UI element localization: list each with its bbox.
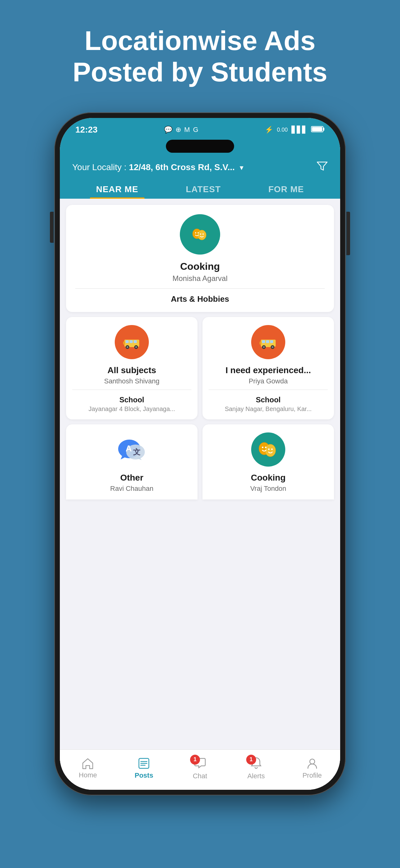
nav-home-label: Home [79, 771, 97, 779]
svg-rect-1 [323, 128, 324, 131]
cards-grid-row2: A 文 Other Ravi Chauhan [66, 424, 334, 499]
alerts-badge: 1 [246, 755, 256, 765]
card-experienced-title: I need experienced... [226, 365, 311, 375]
svg-rect-14 [130, 340, 133, 343]
locality-row: Your Locality : 12/48, 6th Cross Rd, S.V… [72, 161, 328, 174]
svg-rect-31 [260, 341, 261, 345]
svg-rect-25 [266, 340, 269, 343]
card-other-title: Other [120, 473, 143, 483]
card-cooking-vraj-title: Cooking [251, 473, 286, 483]
svg-point-28 [263, 346, 265, 348]
svg-point-41 [268, 448, 270, 450]
status-icons-right: ⚡ 0.00 ▋▋▋ [265, 125, 325, 135]
gps-icon: ⊕ [175, 126, 181, 134]
signal-icon: ▋▋▋ [292, 126, 307, 134]
nav-chat-label: Chat [193, 772, 207, 780]
card-divider [75, 288, 325, 289]
svg-point-39 [262, 447, 264, 448]
card-icon-school1 [115, 325, 149, 359]
card-cooking-full[interactable]: Cooking Monisha Agarval Arts & Hobbies [66, 205, 334, 312]
card-divider2 [72, 390, 191, 390]
google-icon: G [193, 126, 198, 134]
svg-rect-2 [312, 127, 322, 131]
nav-chat[interactable]: 1 Chat [181, 756, 219, 780]
card-icon-arts2 [251, 432, 285, 467]
nav-alerts[interactable]: 1 Alerts [237, 756, 275, 780]
bottom-nav: Home Posts 1 [60, 749, 340, 790]
card-other[interactable]: A 文 Other Ravi Chauhan [66, 424, 198, 499]
filter-icon[interactable] [316, 161, 328, 174]
cards-grid-row1: All subjects Santhosh Shivang School Jay… [66, 317, 334, 420]
svg-point-17 [127, 346, 128, 348]
card-cooking-full-title: Cooking [180, 261, 220, 272]
svg-point-42 [271, 448, 273, 450]
card-all-subjects[interactable]: All subjects Santhosh Shivang School Jay… [66, 317, 198, 420]
profile-icon [306, 757, 319, 770]
card-other-author: Ravi Chauhan [110, 485, 153, 493]
card-icon-arts [180, 214, 220, 254]
svg-text:文: 文 [133, 448, 141, 456]
card-divider3 [209, 390, 328, 390]
nav-profile[interactable]: Profile [294, 757, 331, 779]
svg-point-8 [200, 234, 201, 235]
card-cooking-vraj[interactable]: Cooking Vraj Tondon [202, 424, 334, 499]
posts-icon [138, 757, 150, 770]
svg-rect-13 [126, 340, 129, 343]
card-experienced-category: School [256, 396, 280, 404]
svg-point-44 [310, 759, 315, 764]
status-bar: 12:23 💬 ⊕ M G ⚡ 0.00 ▋▋▋ [60, 118, 340, 140]
speed-icon: 0.00 [277, 127, 288, 133]
svg-rect-26 [270, 340, 273, 343]
svg-rect-15 [134, 340, 137, 343]
card-experienced[interactable]: I need experienced... Priya Gowda School… [202, 317, 334, 420]
svg-text:A: A [126, 444, 132, 453]
bluetooth-icon: ⚡ [265, 126, 273, 134]
svg-point-6 [195, 232, 196, 234]
tab-near-me[interactable]: NEAR ME [90, 180, 144, 199]
card-all-subjects-title: All subjects [107, 365, 156, 375]
svg-point-30 [272, 346, 273, 348]
locality-text: Your Locality : 12/48, 6th Cross Rd, S.V… [72, 162, 243, 172]
nav-posts[interactable]: Posts [125, 757, 163, 779]
feed-content: Cooking Monisha Agarval Arts & Hobbies [60, 199, 340, 749]
dynamic-island [60, 140, 340, 155]
svg-rect-20 [123, 341, 125, 345]
svg-point-38 [265, 444, 276, 457]
chat-badge: 1 [190, 755, 200, 765]
whatsapp-icon: 💬 [164, 126, 172, 134]
nav-alerts-label: Alerts [247, 772, 265, 780]
app-header: Your Locality : 12/48, 6th Cross Rd, S.V… [60, 155, 340, 199]
tab-latest[interactable]: LATEST [179, 180, 227, 199]
home-icon [81, 757, 94, 769]
card-icon-school2 [251, 325, 285, 359]
locality-chevron-icon: ▾ [240, 163, 243, 172]
battery-icon [311, 125, 325, 135]
card-cooking-full-author: Monisha Agarval [172, 274, 227, 283]
tabs: NEAR ME LATEST FOR ME [72, 180, 328, 199]
card-all-subjects-category: School [120, 396, 144, 404]
svg-point-19 [135, 346, 137, 348]
tab-for-me[interactable]: FOR ME [262, 180, 310, 199]
status-icons-left: 💬 ⊕ M G [164, 126, 198, 134]
status-time: 12:23 [75, 125, 98, 135]
card-all-subjects-location: Jayanagar 4 Block, Jayanaga... [88, 405, 175, 412]
mail-icon: M [184, 126, 190, 134]
phone-frame: 12:23 💬 ⊕ M G ⚡ 0.00 ▋▋▋ [54, 113, 346, 795]
page-title: Locationwise Ads Posted by Students [54, 25, 346, 88]
card-cooking-vraj-author: Vraj Tondon [250, 485, 286, 493]
nav-home[interactable]: Home [69, 757, 106, 779]
app-content: Your Locality : 12/48, 6th Cross Rd, S.V… [60, 155, 340, 790]
svg-point-40 [265, 447, 267, 448]
card-experienced-author: Priya Gowda [249, 377, 288, 385]
locality-info[interactable]: Your Locality : 12/48, 6th Cross Rd, S.V… [72, 162, 243, 172]
svg-point-5 [198, 230, 206, 240]
svg-rect-24 [262, 340, 265, 343]
card-experienced-location: Sanjay Nagar, Bengaluru, Kar... [225, 405, 312, 412]
card-cooking-full-category: Arts & Hobbies [171, 294, 229, 304]
card-icon-other: A 文 [115, 432, 149, 467]
card-all-subjects-author: Santhosh Shivang [104, 377, 160, 385]
nav-posts-label: Posts [135, 771, 153, 779]
nav-profile-label: Profile [302, 771, 322, 779]
svg-point-9 [202, 234, 204, 235]
svg-point-7 [198, 232, 199, 234]
